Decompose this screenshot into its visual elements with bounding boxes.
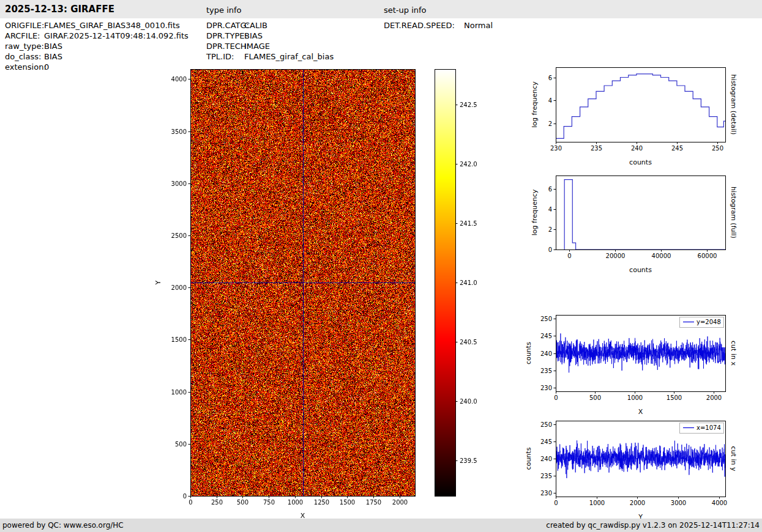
footer-bar: powered by QC: www.eso.org/HC created by… [0,519,762,532]
svg-text:500: 500 [175,441,187,448]
footer-left-text: powered by QC: www.eso.org/HC [2,521,124,530]
field-label: do_class: [5,51,44,62]
svg-text:500: 500 [589,394,601,401]
histogram-detail-plot: 230235240245250246countslog frequencyhis… [520,58,762,171]
field-value: BIAS [44,52,62,61]
type-info-block: DPR.CATG:CALIB DPR.TYPE:BIAS DPR.TECH:IM… [206,20,334,62]
svg-text:4000: 4000 [171,76,187,83]
histogram-full-plot: 02000040000600000246countslog frequencyh… [520,166,762,279]
cut-in-x-plot: 0500100015002000230235240245250Xcountscu… [520,306,762,419]
field-value: IMAGE [244,42,270,51]
field-value: Normal [464,21,493,30]
svg-text:1000: 1000 [589,500,605,506]
svg-text:counts: counts [525,342,532,364]
bias-image-axes: 0250500750100012501500175020000500100015… [147,61,444,525]
svg-text:1000: 1000 [171,389,187,396]
field-label: ORIGFILE: [5,20,44,31]
histogram-full-chart: 02000040000600000246countslog frequencyh… [520,166,762,279]
field-label: ARCFILE: [5,31,44,41]
svg-text:240.0: 240.0 [460,398,477,405]
svg-text:2000: 2000 [171,284,187,291]
svg-text:245: 245 [540,333,552,339]
svg-text:240: 240 [631,145,643,152]
svg-text:1750: 1750 [366,499,381,506]
svg-text:230: 230 [550,145,562,152]
histogram-detail-chart: 230235240245250246countslog frequencyhis… [520,58,762,171]
cut-in-x-chart: 0500100015002000230235240245250Xcountscu… [520,306,762,419]
svg-text:239.5: 239.5 [460,457,477,464]
svg-text:histogram (detail): histogram (detail) [730,75,738,135]
file-info-row: raw_type:BIAS [5,41,189,51]
type-info-row: DPR.TYPE:BIAS [206,31,334,41]
field-value: CALIB [244,21,267,30]
svg-text:counts: counts [629,266,652,274]
svg-text:242.0: 242.0 [460,161,477,168]
field-label: TPL.ID: [206,51,244,62]
type-info-row: TPL.ID:FLAMES_giraf_cal_bias [206,51,334,62]
field-value: BIAS [244,31,263,40]
bias-image-chart: 0250500750100012501500175020000500100015… [147,61,444,525]
field-value: FLAMES_giraf_cal_bias [244,52,334,61]
svg-text:500: 500 [237,499,248,506]
footer-right-text: created by qc_rawdisp.py v1.2.3 on 2025-… [546,521,760,530]
svg-text:2: 2 [548,120,552,127]
type-info-row: DPR.CATG:CALIB [206,20,334,31]
svg-text:x=1074: x=1074 [697,424,721,431]
svg-text:1500: 1500 [667,394,682,401]
field-value: FLAMES_GIRAF_BIAS348_0010.fits [44,21,180,30]
svg-text:240: 240 [540,350,552,357]
svg-text:1500: 1500 [171,336,187,343]
svg-text:250: 250 [211,499,223,506]
svg-text:cut in x: cut in x [730,341,738,366]
svg-text:241.0: 241.0 [460,279,477,286]
field-label: extension: [5,62,44,72]
svg-text:2: 2 [548,226,552,233]
field-label: DET.READ.SPEED: [384,20,464,31]
page-title: 2025-12-13: GIRAFFE [5,4,114,15]
svg-text:6: 6 [548,186,552,193]
svg-text:0: 0 [554,500,558,506]
svg-text:241.5: 241.5 [460,220,477,227]
svg-text:4: 4 [548,206,552,213]
svg-text:4000: 4000 [712,500,727,506]
svg-text:3500: 3500 [171,128,187,135]
field-label: DPR.TECH: [206,41,244,51]
svg-text:230: 230 [540,490,552,497]
svg-text:0: 0 [183,493,187,500]
field-value: 0 [44,62,49,72]
svg-text:250: 250 [540,316,552,322]
svg-text:3000: 3000 [671,500,686,506]
svg-text:250: 250 [712,145,723,152]
svg-text:0: 0 [567,253,571,259]
svg-text:40000: 40000 [652,253,671,259]
svg-text:counts: counts [525,447,532,470]
svg-text:240: 240 [540,456,552,462]
svg-text:20000: 20000 [606,253,626,259]
svg-text:log frequency: log frequency [531,81,539,128]
type-info-row: DPR.TECH:IMAGE [206,41,334,51]
svg-text:245: 245 [540,438,552,445]
svg-text:230: 230 [540,385,552,391]
svg-text:y=2048: y=2048 [697,319,721,325]
field-label: DPR.CATG: [206,20,244,31]
type-info-heading: type info [206,6,242,15]
header-bar: 2025-12-13: GIRAFFE type info set-up inf… [0,0,762,18]
svg-text:4: 4 [548,97,552,104]
svg-text:60000: 60000 [698,253,717,259]
setup-info-heading: set-up info [384,6,427,15]
svg-text:240.5: 240.5 [460,339,477,345]
svg-text:235: 235 [540,473,552,479]
field-label: DPR.TYPE: [206,31,244,41]
colorbar-axes: 239.5240.0240.5241.0241.5242.0242.5 [428,61,496,508]
cut-in-y-plot: 01000200030004000230235240245250Ycountsc… [520,412,762,529]
svg-text:log frequency: log frequency [531,189,539,235]
svg-text:1500: 1500 [340,499,355,506]
setup-info-block: DET.READ.SPEED:Normal [384,20,493,31]
svg-text:245: 245 [671,145,683,152]
file-info-row: ORIGFILE:FLAMES_GIRAF_BIAS348_0010.fits [5,20,189,31]
svg-text:1250: 1250 [314,499,329,506]
colorbar: 239.5240.0240.5241.0241.5242.0242.5 [428,61,496,508]
cut-in-y-chart: 01000200030004000230235240245250Ycountsc… [520,412,762,529]
svg-text:235: 235 [540,368,552,374]
svg-text:750: 750 [263,499,275,506]
